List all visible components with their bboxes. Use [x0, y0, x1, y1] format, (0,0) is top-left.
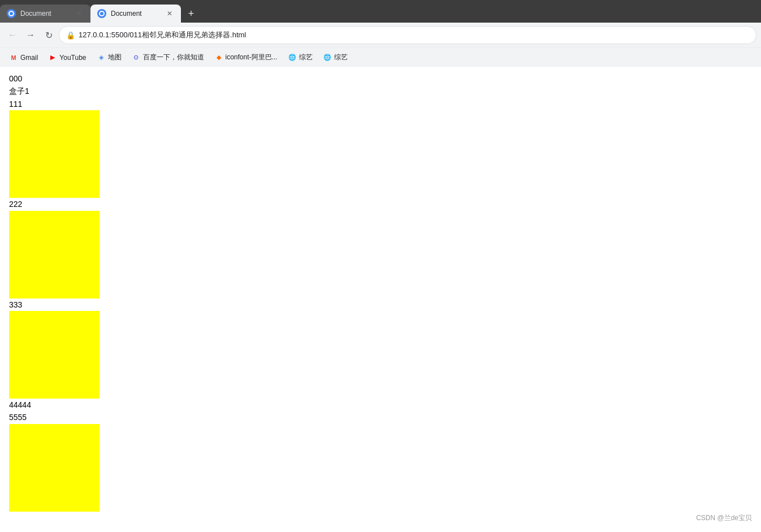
- gmail-icon: M: [9, 53, 18, 62]
- bookmarks-bar: M Gmail ▶ YouTube ◈ 地图 ⊙ 百度一下，你就知道 ◆ ico…: [0, 47, 761, 67]
- bookmark-maps[interactable]: ◈ 地图: [92, 50, 126, 64]
- baidu-icon: ⊙: [132, 53, 141, 62]
- label-box1: 盒子1: [9, 85, 752, 97]
- tab-bar: Document ✕ Document ✕ +: [0, 0, 761, 23]
- bookmark-baidu-label: 百度一下，你就知道: [143, 53, 204, 62]
- bookmark-zy1-label: 综艺: [299, 53, 313, 62]
- label-333: 333: [9, 299, 752, 311]
- yellow-box-5: [9, 424, 100, 512]
- label-000: 000: [9, 72, 752, 85]
- yellow-box-1: [9, 110, 100, 198]
- address-text: 127.0.0.1:5500/011相邻兄弟和通用兄弟选择器.html: [79, 30, 749, 40]
- browser-chrome: Document ✕ Document ✕ + ← → ↻ 🔒 127.0.0.…: [0, 0, 761, 67]
- forward-button[interactable]: →: [23, 27, 38, 43]
- address-lock-icon: 🔒: [66, 31, 75, 40]
- tab-2-title: Document: [111, 10, 161, 18]
- yellow-box-3: [9, 311, 100, 399]
- bookmark-iconfont-label: iconfont-阿里巴...: [226, 53, 278, 62]
- bookmark-youtube-label: YouTube: [59, 54, 86, 62]
- watermark: CSDN @兰de宝贝: [696, 513, 752, 517]
- nav-bar: ← → ↻ 🔒 127.0.0.1:5500/011相邻兄弟和通用兄弟选择器.h…: [0, 23, 761, 47]
- bookmark-gmail[interactable]: M Gmail: [5, 51, 42, 64]
- yellow-box-2: [9, 211, 100, 299]
- new-tab-button[interactable]: +: [183, 6, 199, 21]
- bookmark-baidu[interactable]: ⊙ 百度一下，你就知道: [127, 50, 209, 64]
- tab-1-title: Document: [20, 10, 70, 18]
- label-111: 111: [9, 98, 752, 110]
- iconfont-icon: ◆: [214, 53, 223, 62]
- page-content: 000 盒子1 111 222 333 44444 5555: [0, 67, 761, 517]
- bookmark-zy2[interactable]: 🌐 综艺: [318, 50, 352, 64]
- bookmark-youtube[interactable]: ▶ YouTube: [44, 51, 90, 64]
- bookmark-iconfont[interactable]: ◆ iconfont-阿里巴...: [210, 50, 282, 64]
- bookmark-zy2-label: 综艺: [334, 53, 348, 62]
- bookmark-zy1[interactable]: 🌐 综艺: [283, 50, 317, 64]
- bookmark-maps-label: 地图: [108, 53, 122, 62]
- globe-icon-1: 🌐: [288, 53, 297, 62]
- tab-2-close[interactable]: ✕: [165, 9, 174, 18]
- maps-icon: ◈: [97, 53, 106, 62]
- label-222: 222: [9, 198, 752, 210]
- tab-2-favicon: [97, 9, 106, 18]
- label-5555: 5555: [9, 411, 752, 423]
- refresh-button[interactable]: ↻: [41, 27, 57, 43]
- bookmark-gmail-label: Gmail: [20, 54, 38, 62]
- address-bar[interactable]: 🔒 127.0.0.1:5500/011相邻兄弟和通用兄弟选择器.html: [59, 26, 756, 44]
- tab-1-close[interactable]: ✕: [75, 9, 84, 18]
- tab-2[interactable]: Document ✕: [90, 5, 181, 23]
- globe-icon-2: 🌐: [323, 53, 332, 62]
- label-44444: 44444: [9, 399, 752, 411]
- back-button[interactable]: ←: [5, 27, 20, 43]
- tab-1[interactable]: Document ✕: [0, 5, 90, 23]
- tab-1-favicon: [7, 9, 16, 18]
- youtube-icon: ▶: [48, 53, 57, 62]
